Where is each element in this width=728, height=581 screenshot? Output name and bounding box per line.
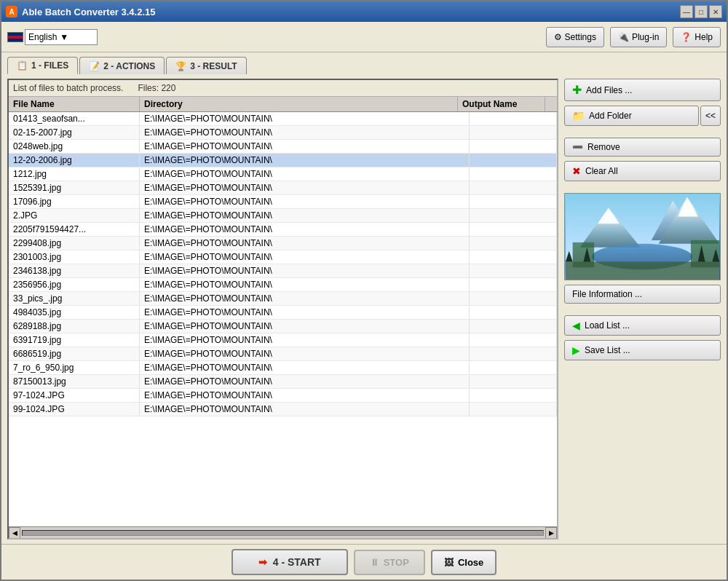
table-row[interactable]: 12-20-2006.jpgE:\IMAGE\=PHOTO\MOUNTAIN\ xyxy=(9,154,557,167)
close-label: Close xyxy=(458,557,483,568)
right-panel: ✚ Add Files ... 📁 Add Folder << ➖ Remove… xyxy=(564,79,721,540)
add-folder-button[interactable]: 📁 Add Folder xyxy=(564,106,699,126)
cell-filename: 1212.jpg xyxy=(9,167,140,181)
scroll-left-button[interactable]: ◀ xyxy=(9,527,20,539)
plugin-label: Plug-in xyxy=(632,32,659,42)
table-row[interactable]: 02-15-2007.jpgE:\IMAGE\=PHOTO\MOUNTAIN\ xyxy=(9,126,557,140)
cell-filename: 2205f791594427... xyxy=(9,223,140,236)
clear-icon: ✖ xyxy=(572,165,581,177)
table-row[interactable]: 6289188.jpgE:\IMAGE\=PHOTO\MOUNTAIN\ xyxy=(9,320,557,333)
load-list-icon: ◀ xyxy=(572,320,580,331)
cell-filename: 2.JPG xyxy=(9,209,140,222)
table-row[interactable]: 2356956.jpgE:\IMAGE\=PHOTO\MOUNTAIN\ xyxy=(9,278,557,292)
start-button[interactable]: ➡ 4 - START xyxy=(232,549,348,575)
maximize-button[interactable]: □ xyxy=(695,5,708,18)
cell-directory: E:\IMAGE\=PHOTO\MOUNTAIN\ xyxy=(140,403,470,416)
cell-output xyxy=(470,292,557,305)
col-directory[interactable]: Directory xyxy=(140,97,458,111)
tab-files-label: 1 - FILES xyxy=(31,60,68,71)
window-controls: — □ ✕ xyxy=(680,5,722,18)
expand-folder-button[interactable]: << xyxy=(700,106,721,126)
scroll-track[interactable] xyxy=(22,530,544,536)
language-dropdown[interactable]: English ▼ xyxy=(25,29,98,45)
table-row[interactable]: 6391719.jpgE:\IMAGE\=PHOTO\MOUNTAIN\ xyxy=(9,333,557,347)
cell-directory: E:\IMAGE\=PHOTO\MOUNTAIN\ xyxy=(140,237,470,250)
cell-filename: 6686519.jpg xyxy=(9,347,140,360)
remove-button[interactable]: ➖ Remove xyxy=(564,138,721,157)
table-row[interactable]: 7_ro_6_950.jpgE:\IMAGE\=PHOTO\MOUNTAIN\ xyxy=(9,361,557,375)
file-information-button[interactable]: File Information ... xyxy=(564,285,721,304)
plugin-button[interactable]: 🔌 Plug-in xyxy=(610,27,667,47)
table-row[interactable]: 2.JPGE:\IMAGE\=PHOTO\MOUNTAIN\ xyxy=(9,209,557,223)
cell-filename: 17096.jpg xyxy=(9,195,140,208)
cell-output xyxy=(470,237,557,250)
table-row[interactable]: 1525391.jpgE:\IMAGE\=PHOTO\MOUNTAIN\ xyxy=(9,181,557,195)
help-icon: ❓ xyxy=(681,32,692,42)
cell-output xyxy=(470,403,557,416)
table-row[interactable]: 33_pics_.jpgE:\IMAGE\=PHOTO\MOUNTAIN\ xyxy=(9,292,557,306)
table-row[interactable]: 1212.jpgE:\IMAGE\=PHOTO\MOUNTAIN\ xyxy=(9,167,557,181)
settings-icon: ⚙ xyxy=(554,32,562,42)
start-label: 4 - START xyxy=(273,556,321,568)
cell-output xyxy=(470,375,557,388)
add-folder-row: 📁 Add Folder << xyxy=(564,106,721,126)
stop-button: ⏸ STOP xyxy=(354,550,425,575)
close-icon: 🖼 xyxy=(444,557,454,568)
table-row[interactable]: 6686519.jpgE:\IMAGE\=PHOTO\MOUNTAIN\ xyxy=(9,347,557,361)
table-body[interactable]: 01413_seaofsan...E:\IMAGE\=PHOTO\MOUNTAI… xyxy=(9,112,557,526)
help-button[interactable]: ❓ Help xyxy=(673,27,721,47)
cell-output xyxy=(470,361,557,374)
main-window: A Able Batch Converter 3.4.2.15 — □ ✕ En… xyxy=(0,0,728,581)
close-window-button[interactable]: ✕ xyxy=(709,5,722,18)
load-list-button[interactable]: ◀ Load List ... xyxy=(564,315,721,336)
cell-directory: E:\IMAGE\=PHOTO\MOUNTAIN\ xyxy=(140,361,470,374)
settings-button[interactable]: ⚙ Settings xyxy=(546,27,604,47)
scroll-right-button[interactable]: ▶ xyxy=(545,527,557,539)
table-row[interactable]: 87150013.jpgE:\IMAGE\=PHOTO\MOUNTAIN\ xyxy=(9,375,557,389)
minimize-button[interactable]: — xyxy=(680,5,693,18)
cell-output xyxy=(470,126,557,139)
start-icon: ➡ xyxy=(258,556,267,568)
horizontal-scrollbar[interactable]: ◀ ▶ xyxy=(9,526,557,538)
table-row[interactable]: 97-1024.JPGE:\IMAGE\=PHOTO\MOUNTAIN\ xyxy=(9,389,557,403)
tab-files[interactable]: 📋 1 - FILES xyxy=(7,57,78,74)
tab-actions[interactable]: 📝 2 - ACTIONS xyxy=(79,57,165,74)
clear-all-button[interactable]: ✖ Clear All xyxy=(564,161,721,181)
table-row[interactable]: 99-1024.JPGE:\IMAGE\=PHOTO\MOUNTAIN\ xyxy=(9,403,557,416)
svg-rect-9 xyxy=(566,261,719,280)
table-row[interactable]: 2301003.jpgE:\IMAGE\=PHOTO\MOUNTAIN\ xyxy=(9,250,557,264)
table-row[interactable]: 2346138.jpgE:\IMAGE\=PHOTO\MOUNTAIN\ xyxy=(9,264,557,278)
cell-filename: 33_pics_.jpg xyxy=(9,292,140,305)
cell-directory: E:\IMAGE\=PHOTO\MOUNTAIN\ xyxy=(140,375,470,388)
col-filename[interactable]: File Name xyxy=(9,97,140,111)
table-row[interactable]: 0248web.jpgE:\IMAGE\=PHOTO\MOUNTAIN\ xyxy=(9,140,557,154)
table-row[interactable]: 2299408.jpgE:\IMAGE\=PHOTO\MOUNTAIN\ xyxy=(9,237,557,250)
add-files-label: Add Files ... xyxy=(586,85,632,95)
add-files-button[interactable]: ✚ Add Files ... xyxy=(564,79,721,101)
cell-output xyxy=(470,320,557,333)
add-folder-label: Add Folder xyxy=(589,111,632,121)
mountain-svg xyxy=(565,194,720,280)
main-content: List of files to batch process. Files: 2… xyxy=(1,74,727,544)
cell-output xyxy=(470,250,557,264)
col-output[interactable]: Output Name xyxy=(458,97,545,111)
language-selector[interactable]: English ▼ xyxy=(7,29,98,45)
cell-directory: E:\IMAGE\=PHOTO\MOUNTAIN\ xyxy=(140,333,470,347)
table-row[interactable]: 17096.jpgE:\IMAGE\=PHOTO\MOUNTAIN\ xyxy=(9,195,557,209)
save-list-button[interactable]: ▶ Save List ... xyxy=(564,340,721,360)
table-row[interactable]: 01413_seaofsan...E:\IMAGE\=PHOTO\MOUNTAI… xyxy=(9,112,557,126)
table-row[interactable]: 4984035.jpgE:\IMAGE\=PHOTO\MOUNTAIN\ xyxy=(9,306,557,320)
dropdown-arrow-icon: ▼ xyxy=(60,32,68,42)
add-files-icon: ✚ xyxy=(572,83,582,97)
cell-filename: 2346138.jpg xyxy=(9,264,140,277)
cell-directory: E:\IMAGE\=PHOTO\MOUNTAIN\ xyxy=(140,181,470,194)
remove-label: Remove xyxy=(587,142,620,152)
table-row[interactable]: 2205f791594427...E:\IMAGE\=PHOTO\MOUNTAI… xyxy=(9,223,557,237)
close-button[interactable]: 🖼 Close xyxy=(431,550,496,575)
tab-actions-label: 2 - ACTIONS xyxy=(103,61,155,71)
remove-icon: ➖ xyxy=(572,142,583,152)
scroll-header xyxy=(545,97,557,111)
tab-result[interactable]: 🏆 3 - RESULT xyxy=(166,57,246,74)
cell-filename: 02-15-2007.jpg xyxy=(9,126,140,139)
cell-filename: 2356956.jpg xyxy=(9,278,140,291)
